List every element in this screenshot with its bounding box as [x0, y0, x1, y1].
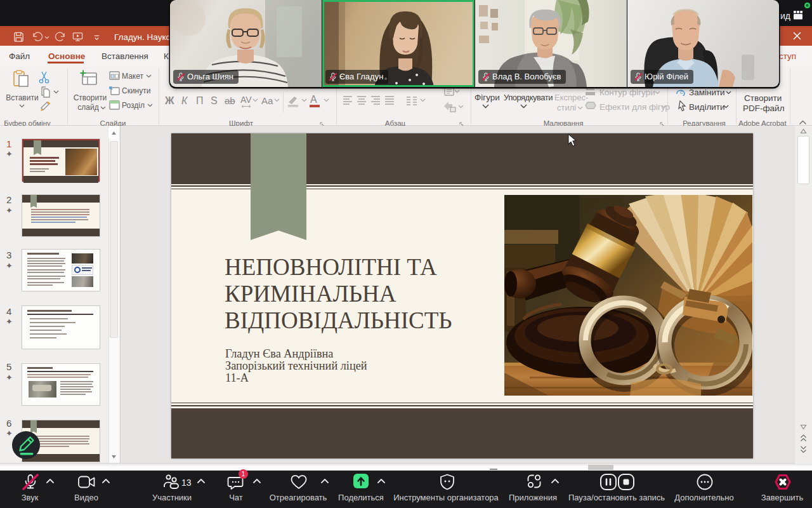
svg-text:c: c — [680, 89, 683, 95]
